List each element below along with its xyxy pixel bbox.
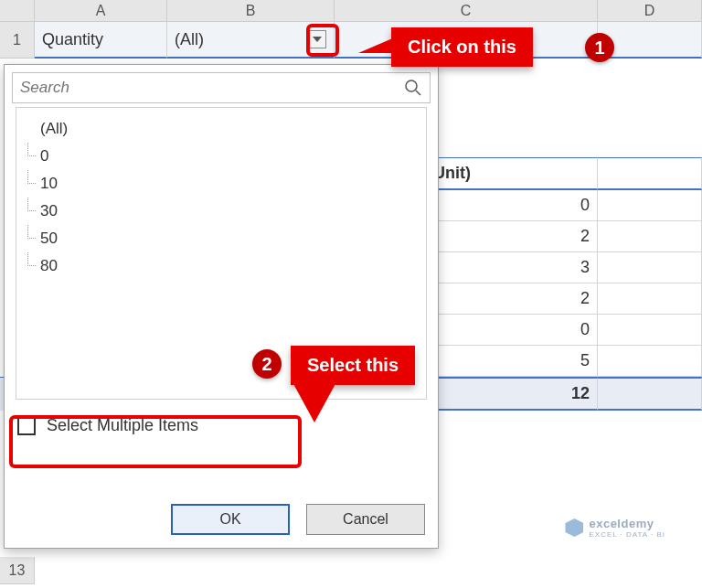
row-1-header[interactable]: 1	[0, 22, 35, 59]
select-multiple-checkbox-row[interactable]: Select Multiple Items	[17, 416, 425, 435]
search-input[interactable]	[20, 79, 404, 97]
column-headers: A B C D	[0, 0, 702, 22]
callout-tail-2	[292, 382, 336, 422]
cell-d[interactable]	[598, 221, 702, 252]
chevron-down-icon	[313, 36, 322, 43]
cell-d[interactable]	[598, 346, 702, 377]
col-A-header[interactable]: A	[35, 0, 167, 21]
tree-item[interactable]: 80	[26, 252, 417, 280]
dialog-buttons: OK Cancel	[171, 504, 425, 535]
cell-d-total[interactable]	[598, 378, 702, 411]
watermark: exceldemy EXCEL · DATA · BI	[565, 517, 665, 539]
select-multiple-label: Select Multiple Items	[47, 416, 198, 435]
col-B-header[interactable]: B	[167, 0, 335, 21]
cell-d[interactable]	[598, 315, 702, 346]
select-all-corner[interactable]	[0, 0, 35, 22]
callout-tail-1	[358, 37, 397, 53]
tree-item[interactable]: 30	[26, 198, 417, 225]
callout-select-this: Select this	[291, 346, 415, 385]
watermark-icon	[565, 519, 583, 537]
row-13-header-area: 13	[0, 557, 35, 584]
callout-click-this: Click on this	[391, 27, 533, 67]
filter-value-text: (All)	[175, 30, 204, 49]
ok-button[interactable]: OK	[171, 504, 290, 535]
watermark-tag: EXCEL · DATA · BI	[589, 530, 665, 539]
row-13-header[interactable]: 13	[0, 557, 35, 584]
watermark-brand: exceldemy	[589, 517, 665, 530]
filter-label-cell[interactable]: Quantity	[35, 22, 167, 59]
search-box[interactable]	[12, 72, 431, 103]
tree-item[interactable]: 10	[26, 170, 417, 198]
cancel-button[interactable]: Cancel	[306, 504, 425, 535]
svg-line-1	[416, 91, 420, 95]
cell-d1[interactable]	[598, 22, 702, 59]
col-C-header[interactable]: C	[335, 0, 598, 21]
cell-d[interactable]	[598, 252, 702, 283]
filter-dropdown-button[interactable]	[308, 30, 326, 48]
checkbox-icon[interactable]	[17, 417, 36, 435]
filter-value-cell[interactable]: (All)	[167, 22, 335, 59]
cell-d-header[interactable]	[598, 157, 702, 190]
cell-d[interactable]	[598, 283, 702, 315]
search-icon	[404, 79, 422, 97]
cell-d[interactable]	[598, 190, 702, 221]
step-badge-1: 1	[585, 33, 614, 62]
svg-point-0	[406, 80, 417, 91]
tree-item[interactable]: 50	[26, 225, 417, 252]
filter-popup: (All) 0 10 30 50 80 Select Multiple Item…	[4, 64, 439, 549]
tree-item[interactable]: (All)	[26, 115, 417, 143]
col-D-header[interactable]: D	[598, 0, 702, 21]
tree-item[interactable]: 0	[26, 143, 417, 170]
step-badge-2: 2	[252, 349, 282, 379]
